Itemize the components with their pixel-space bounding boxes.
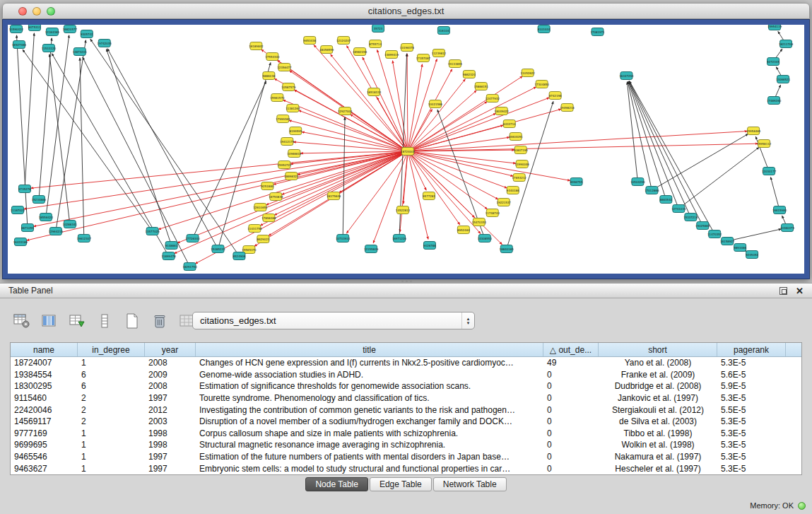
close-panel-icon[interactable]: ✕ bbox=[796, 287, 804, 295]
graph-node[interactable]: 12927004 bbox=[338, 107, 353, 115]
graph-node[interactable]: 17999365 bbox=[276, 115, 290, 123]
graph-node[interactable]: 8629023 bbox=[257, 235, 269, 243]
graph-node[interactable]: 11167023 bbox=[11, 206, 25, 214]
graph-node[interactable]: 14308553 bbox=[478, 235, 493, 243]
graph-node[interactable]: 8199595 bbox=[289, 127, 302, 135]
graph-node[interactable]: 11533120 bbox=[42, 45, 57, 52]
minimize-window-button[interactable] bbox=[33, 7, 41, 16]
graph-node[interactable]: 9577283 bbox=[423, 192, 435, 200]
graph-node[interactable]: 15866151 bbox=[474, 83, 489, 90]
graph-node[interactable]: 11470352 bbox=[707, 230, 722, 238]
graph-node[interactable]: 8433710 bbox=[503, 120, 516, 128]
table-row[interactable]: 969969511998Structural magnetic resonanc… bbox=[11, 439, 801, 451]
table-row[interactable]: 946362711997Embryonic stem cells: a mode… bbox=[11, 462, 801, 474]
graph-node[interactable]: 16754836 bbox=[269, 193, 283, 201]
graph-node[interactable]: 17726340 bbox=[185, 235, 200, 243]
graph-node[interactable]: 8952464 bbox=[457, 226, 470, 234]
graph-node[interactable]: 9305742 bbox=[81, 30, 93, 38]
graph-node[interactable]: 16604091 bbox=[509, 133, 524, 141]
table-row[interactable]: 1830029562008Estimation of significance … bbox=[11, 380, 801, 392]
graph-node[interactable]: 16158927 bbox=[720, 238, 735, 245]
graph-node[interactable]: 16433188 bbox=[13, 238, 28, 246]
graph-node[interactable]: 8524906 bbox=[233, 252, 246, 260]
graph-node[interactable]: 17554300 bbox=[265, 53, 280, 61]
graph-node[interactable]: 8103444 bbox=[538, 25, 551, 33]
graph-node[interactable]: 19742035 bbox=[98, 40, 112, 47]
graph-node[interactable]: 18556424 bbox=[39, 214, 54, 221]
graph-node[interactable]: 17081971 bbox=[590, 28, 605, 36]
column-header-short[interactable]: short bbox=[599, 343, 717, 356]
graph-node[interactable]: 15234866 bbox=[32, 196, 47, 204]
graph-node[interactable]: 8996755 bbox=[570, 178, 583, 186]
graph-node[interactable]: 14699419 bbox=[384, 51, 399, 59]
graph-node[interactable]: 13990046 bbox=[515, 160, 530, 168]
close-window-button[interactable] bbox=[18, 7, 27, 16]
graph-node[interactable]: 9148661 bbox=[165, 242, 178, 250]
graph-node[interactable]: 19412175 bbox=[280, 138, 295, 146]
graph-node[interactable]: 16447294 bbox=[619, 72, 634, 80]
graph-node[interactable]: 14522813 bbox=[396, 206, 411, 214]
graph-node[interactable]: 18291750 bbox=[182, 263, 197, 271]
graph-node[interactable]: 12155809 bbox=[364, 245, 379, 253]
graph-node[interactable]: 10504299 bbox=[630, 178, 645, 186]
network-table-select[interactable]: citations_edges.txt ▲▼ bbox=[192, 312, 475, 329]
graph-node[interactable]: 9272345 bbox=[767, 58, 779, 66]
graph-node[interactable]: 10733914 bbox=[336, 235, 351, 243]
graph-node[interactable]: 8475311 bbox=[28, 25, 41, 31]
import-table-button[interactable] bbox=[66, 310, 88, 332]
graph-node[interactable]: 17653212 bbox=[512, 174, 527, 182]
tab-node-table[interactable]: Node Table bbox=[305, 477, 368, 491]
graph-node[interactable]: 8871059 bbox=[21, 224, 34, 232]
graph-node[interactable]: 15954119 bbox=[767, 25, 782, 30]
graph-node[interactable]: 11052622 bbox=[521, 69, 536, 77]
graph-node[interactable]: 9862320 bbox=[463, 71, 476, 78]
table-row[interactable]: 2242004622012Investigating the contribut… bbox=[11, 404, 801, 416]
table-row[interactable]: 1872400712008Changes of HCN gene express… bbox=[11, 357, 801, 369]
graph-node[interactable]: 16962096 bbox=[353, 48, 367, 56]
table-row[interactable]: 946554611997Estimation of the future num… bbox=[11, 451, 801, 463]
graph-node[interactable]: 8663542 bbox=[659, 196, 672, 204]
graph-node[interactable]: 12741033 bbox=[671, 205, 686, 213]
graph-node[interactable]: 17304850 bbox=[535, 81, 550, 88]
graph-node[interactable]: 12477932 bbox=[486, 95, 500, 103]
graph-node[interactable]: 13066521 bbox=[776, 76, 791, 83]
graph-node[interactable]: 17489260 bbox=[767, 97, 782, 105]
graph-node[interactable]: 16615980 bbox=[772, 206, 787, 214]
graph-node[interactable]: 16820577 bbox=[63, 25, 78, 33]
graph-node[interactable]: 16971226 bbox=[392, 235, 407, 243]
graph-node[interactable]: 15950722 bbox=[277, 161, 292, 169]
graph-node[interactable]: 9245052 bbox=[746, 251, 758, 259]
column-header-in_degree[interactable]: in_degree bbox=[78, 343, 145, 356]
graph-node[interactable]: 10590424 bbox=[9, 25, 24, 33]
tab-edge-table[interactable]: Edge Table bbox=[370, 477, 432, 491]
graph-node[interactable]: 17012866 bbox=[645, 187, 659, 194]
graph-node[interactable]: 10021586 bbox=[428, 100, 443, 108]
graph-node[interactable]: 35723 bbox=[372, 25, 384, 33]
graph-node[interactable]: 9426788 bbox=[423, 242, 436, 250]
graph-node[interactable]: 8742198 bbox=[549, 92, 562, 100]
graph-node[interactable]: 19221537 bbox=[497, 199, 512, 206]
graph-node[interactable]: 12030177 bbox=[762, 168, 777, 175]
column-header-pagerank[interactable]: pagerank bbox=[717, 343, 786, 356]
graph-node[interactable]: 19498218 bbox=[560, 104, 575, 112]
graph-node[interactable]: 316104 bbox=[437, 27, 449, 35]
graph-node[interactable]: 9893466 bbox=[734, 244, 746, 252]
column-header-title[interactable]: title bbox=[196, 343, 543, 356]
show-columns-button[interactable] bbox=[39, 310, 60, 332]
new-column-button[interactable] bbox=[122, 310, 143, 332]
graph-node[interactable]: 10587579 bbox=[281, 83, 296, 91]
graph-node[interactable]: 8755714 bbox=[369, 40, 382, 48]
column-header-name[interactable]: name bbox=[11, 343, 78, 356]
graph-node[interactable]: 10360475 bbox=[780, 224, 795, 232]
graph-node[interactable]: 19612307 bbox=[77, 235, 92, 243]
graph-node[interactable]: 12356477 bbox=[277, 64, 292, 71]
graph-node[interactable]: 12120207 bbox=[336, 37, 351, 45]
graph-node[interactable]: 9340186 bbox=[507, 187, 519, 194]
graph-node[interactable]: 18211708 bbox=[779, 40, 794, 48]
graph-node[interactable]: 11239812 bbox=[432, 49, 447, 57]
tab-network-table[interactable]: Network Table bbox=[433, 477, 507, 491]
graph-node[interactable]: 9886038 bbox=[262, 72, 275, 80]
graph-node[interactable]: 19133695 bbox=[448, 60, 463, 68]
graph-node[interactable]: 10847195 bbox=[514, 146, 529, 154]
graph-node[interactable]: 17357067 bbox=[416, 54, 431, 62]
